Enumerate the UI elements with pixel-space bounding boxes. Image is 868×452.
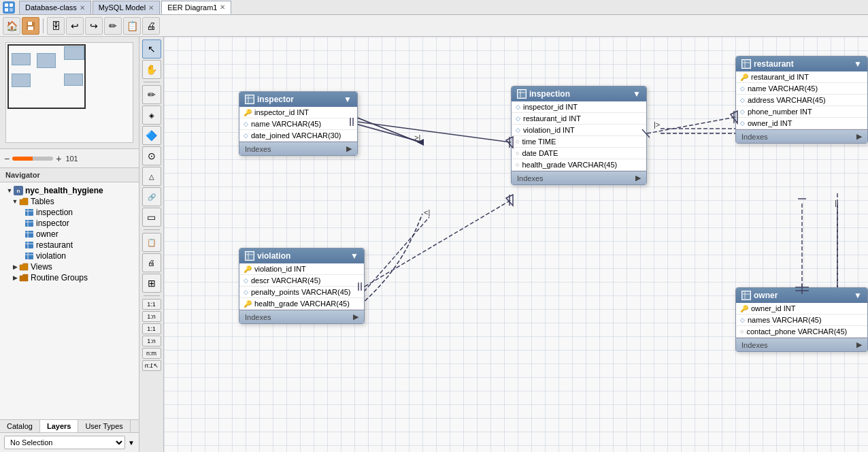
tool-select[interactable]: ↖ [142, 39, 161, 59]
selection-dropdown[interactable]: No Selection [4, 436, 125, 449]
tables-toggle[interactable]: ▼ [11, 197, 19, 206]
tool-eraser[interactable]: ◈ [142, 106, 161, 125]
minimap[interactable] [0, 37, 139, 149]
zoom-minus-btn[interactable]: − [4, 153, 10, 164]
violation-indexes-arrow: ▶ [353, 312, 358, 321]
inspector-arrow: ▼ [344, 95, 352, 104]
inspector-table-icon [245, 95, 254, 104]
svg-rect-10 [25, 220, 33, 227]
tree-table-owner[interactable]: owner [0, 229, 139, 240]
tool-link[interactable]: 🔗 [142, 187, 161, 206]
table-violation[interactable]: violation ▼ 🔑 violation_id INT ◇ descr V… [239, 248, 365, 324]
close-tab-eer-diagram[interactable]: ✕ [220, 3, 225, 11]
bottom-tabs: Catalog Layers User Types [0, 419, 139, 432]
inspection-footer[interactable]: Indexes ▶ [512, 171, 646, 184]
table-owner[interactable]: owner ▼ 🔑 owner_id INT ◇ names VARCHAR(4… [735, 287, 868, 352]
tab-database-class[interactable]: Database-class ✕ [19, 1, 91, 14]
tree-table-violation[interactable]: violation [0, 251, 139, 261]
owner-field-1: ◇ names VARCHAR(45) [736, 314, 867, 326]
inspector-toggle[interactable] [16, 219, 24, 227]
tool-shape[interactable]: 🔷 [142, 126, 161, 145]
owner-key-0: 🔑 [740, 305, 748, 312]
owner-footer[interactable]: Indexes ▶ [736, 338, 867, 351]
tree-table-inspection[interactable]: inspection [0, 207, 139, 218]
main-toolbar: 🏠 🗄 ↩ ↪ ✏ 📋 🖨 [0, 15, 868, 37]
table-restaurant[interactable]: restaurant ▼ 🔑 restaurant_id INT ◇ name … [735, 56, 868, 144]
toolbar-redo[interactable]: ↪ [85, 17, 103, 35]
zoom-slider[interactable] [12, 157, 53, 161]
tab-mysql-model[interactable]: MySQL Model ✕ [93, 1, 160, 14]
restaurant-indexes-label: Indexes [741, 133, 768, 141]
owner-table-icon [741, 291, 751, 300]
tab-eer-diagram[interactable]: EER Diagram1 ✕ [161, 1, 231, 14]
inspection-diamond-2: ◇ [516, 127, 520, 133]
tree-routines-group[interactable]: ▶ Routine Groups [0, 272, 139, 283]
tool-rel-1-nc[interactable]: ↗1:n [142, 360, 161, 371]
schema-toggle[interactable]: ▼ [5, 187, 14, 195]
restaurant-diamond-3: ◇ [740, 108, 745, 115]
table-inspection-header: inspection ▼ [512, 86, 646, 101]
svg-rect-41 [743, 61, 750, 67]
toolbar-home[interactable]: 🏠 [3, 17, 20, 35]
svg-rect-16 [25, 242, 33, 248]
inspection-toggle[interactable] [16, 208, 24, 216]
toolbar-btn-2[interactable]: 🗄 [47, 17, 65, 35]
tool-pencil[interactable]: ✏ [142, 85, 161, 104]
zoom-plus-btn[interactable]: + [56, 153, 61, 164]
table-inspection[interactable]: inspection ▼ ◇ inspector_id INT ◇ restau… [511, 86, 647, 185]
inspection-title: inspection [529, 89, 570, 99]
toolbar-undo[interactable]: ↩ [66, 17, 84, 35]
svg-text:>|: >| [414, 133, 420, 142]
toolbar-edit[interactable]: ✏ [104, 17, 122, 35]
views-toggle[interactable]: ▶ [11, 263, 19, 271]
violation-footer[interactable]: Indexes ▶ [239, 310, 364, 323]
table-icon-restaurant [24, 240, 34, 250]
tool-rel-nm[interactable]: n:m [142, 348, 161, 359]
tool-rel-1-1[interactable]: 1:1 [142, 299, 161, 310]
eer-canvas[interactable]: || >| || <| |> || | ⊥ [164, 37, 868, 452]
inspector-footer[interactable]: Indexes ▶ [239, 142, 357, 155]
tool-rect[interactable]: ▭ [142, 208, 161, 227]
restaurant-toggle[interactable] [16, 241, 24, 249]
close-tab-database-class[interactable]: ✕ [80, 4, 85, 12]
tool-rel-1-n[interactable]: 1:n [142, 311, 161, 322]
owner-toggle[interactable] [16, 230, 24, 238]
tree-views-group[interactable]: ▶ Views [0, 261, 139, 272]
toolbar-save[interactable] [22, 17, 39, 35]
tree-tables-group[interactable]: ▼ Tables [0, 196, 139, 207]
toolbar-print[interactable]: 🖨 [142, 17, 160, 35]
views-folder-icon [19, 262, 29, 272]
tab-catalog[interactable]: Catalog [0, 420, 40, 432]
tree-table-inspector[interactable]: inspector [0, 218, 139, 229]
violation-field-2-name: penalty_points VARCHAR(45) [251, 288, 351, 296]
restaurant-footer[interactable]: Indexes ▶ [736, 129, 867, 143]
tree-table-restaurant[interactable]: restaurant [0, 240, 139, 251]
close-tab-mysql-model[interactable]: ✕ [148, 4, 154, 12]
tab-user-types[interactable]: User Types [78, 420, 130, 432]
restaurant-field-2-name: address VARCHAR(45) [748, 96, 826, 104]
inspector-indexes-arrow: ▶ [346, 144, 352, 153]
svg-rect-13 [25, 231, 33, 238]
table-inspector[interactable]: inspector ▼ 🔑 inspector_id INT ◇ name VA… [239, 91, 358, 156]
tool-copy[interactable]: 📋 [142, 233, 161, 252]
svg-line-25 [356, 124, 422, 142]
owner-field-2-name: contact_phone VARCHAR(45) [746, 327, 847, 336]
tree-owner-label: owner [36, 229, 59, 239]
svg-text:|: | [835, 199, 837, 207]
violation-toggle[interactable] [16, 252, 24, 260]
tool-circle[interactable]: ⊙ [142, 146, 161, 165]
tool-rel-1-nb[interactable]: 1:n [142, 336, 161, 346]
tab-layers[interactable]: Layers [40, 420, 78, 432]
tool-rel-1-1b[interactable]: 1:1 [142, 323, 161, 334]
toolbar-copy[interactable]: 📋 [123, 17, 141, 35]
restaurant-field-4: ◇ owner_id INT [736, 118, 867, 129]
inspection-diamond-1: ◇ [516, 115, 520, 122]
owner-field-2: ○ contact_phone VARCHAR(45) [736, 326, 867, 338]
tool-pan[interactable]: ✋ [142, 60, 161, 79]
tool-grid[interactable]: ⊞ [142, 274, 161, 293]
routines-toggle[interactable]: ▶ [11, 274, 19, 282]
tree-schema[interactable]: ▼ n nyc_health_hygiene [0, 185, 139, 196]
svg-rect-6 [28, 27, 33, 30]
tool-triangle[interactable]: △ [142, 167, 161, 186]
tool-print[interactable]: 🖨 [142, 253, 161, 272]
